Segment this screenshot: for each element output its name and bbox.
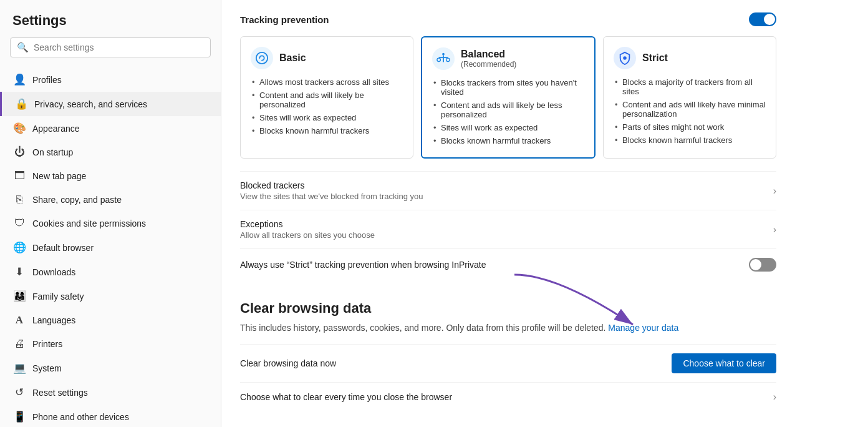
sidebar-item-share-copy[interactable]: ⎘ Share, copy, and paste (0, 188, 221, 212)
sidebar-item-label: System (32, 363, 62, 373)
system-icon: 💻 (12, 361, 26, 375)
clear-every-close-row[interactable]: Choose what to clear every time you clos… (240, 382, 776, 411)
sidebar-item-label: Reset settings (32, 388, 88, 398)
tracking-prevention-toggle[interactable] (749, 12, 776, 26)
blocked-trackers-row[interactable]: Blocked trackers View the sites that we'… (240, 171, 776, 210)
strict-bullet-1: Blocks a majority of trackers from all s… (614, 76, 766, 98)
svg-point-5 (446, 58, 450, 62)
sidebar-item-label: Privacy, search, and services (34, 99, 147, 109)
sidebar: Settings 🔍 👤 Profiles 🔒 Privacy, search,… (0, 0, 221, 427)
blocked-trackers-title: Blocked trackers (240, 180, 423, 190)
balanced-bullet-1: Blocks trackers from sites you haven't v… (432, 76, 584, 99)
sidebar-item-label: Family safety (32, 292, 84, 302)
sidebar-item-profiles[interactable]: 👤 Profiles (0, 67, 221, 92)
search-icon: 🔍 (17, 42, 29, 53)
choose-what-to-clear-button[interactable]: Choose what to clear (672, 353, 776, 373)
clear-browsing-data-section: Clear browsing data This includes histor… (240, 300, 776, 411)
sidebar-item-label: Languages (32, 315, 75, 325)
basic-bullet-4: Blocks known harmful trackers (251, 124, 403, 137)
main-content: Tracking prevention Basic Allows (221, 0, 868, 427)
inprivate-toggle-knob (750, 259, 761, 270)
basic-icon (251, 47, 273, 69)
chevron-right-icon: › (773, 185, 776, 197)
sidebar-item-label: Cookies and site permissions (32, 218, 146, 228)
inprivate-label: Always use “Strict” tracking prevention … (240, 260, 749, 270)
blocked-trackers-content: Blocked trackers View the sites that we'… (240, 180, 423, 201)
basic-bullet-3: Sites will work as expected (251, 111, 403, 124)
svg-point-6 (623, 56, 627, 60)
sidebar-item-reset[interactable]: ↺ Reset settings (0, 380, 221, 405)
balanced-subtitle: (Recommended) (461, 60, 516, 69)
languages-icon: A (12, 314, 26, 326)
track-card-basic[interactable]: Basic Allows most trackers across all si… (240, 36, 413, 159)
manage-data-link[interactable]: Manage your data (608, 323, 678, 333)
blocked-trackers-desc: View the sites that we've blocked from t… (240, 192, 423, 201)
share-icon: ⎘ (12, 194, 26, 206)
balanced-bullet-3: Sites will work as expected (432, 121, 584, 134)
balanced-title: Balanced (461, 49, 516, 60)
privacy-icon: 🔒 (14, 97, 28, 110)
basic-title: Basic (279, 52, 306, 64)
strict-icon (614, 47, 636, 69)
track-card-strict[interactable]: Strict Blocks a majority of trackers fro… (603, 36, 776, 159)
inprivate-toggle[interactable] (749, 258, 776, 272)
sidebar-item-printers[interactable]: 🖨 Printers (0, 332, 221, 356)
inprivate-row: Always use “Strict” tracking prevention … (240, 248, 776, 280)
sidebar-item-languages[interactable]: A Languages (0, 308, 221, 332)
sidebar-item-label: Appearance (32, 124, 80, 134)
cookies-icon: 🛡 (12, 217, 26, 230)
clear-browsing-data-title: Clear browsing data (240, 300, 776, 317)
family-icon: 👨‍👩‍👧 (12, 290, 26, 303)
phone-icon: 📱 (12, 410, 26, 423)
sidebar-item-cookies[interactable]: 🛡 Cookies and site permissions (0, 212, 221, 235)
profiles-icon: 👤 (12, 73, 26, 86)
sidebar-item-privacy[interactable]: 🔒 Privacy, search, and services (0, 92, 221, 116)
search-box[interactable]: 🔍 (10, 37, 211, 57)
sidebar-item-label: Profiles (32, 75, 62, 85)
sidebar-item-label: Phone and other devices (32, 412, 129, 422)
appearance-icon: 🎨 (12, 122, 26, 135)
sidebar-item-phone[interactable]: 📱 Phone and other devices (0, 405, 221, 427)
strict-bullet-2: Content and ads will likely have minimal… (614, 98, 766, 120)
startup-icon: ⏻ (12, 146, 26, 159)
sidebar-item-family-safety[interactable]: 👨‍👩‍👧 Family safety (0, 284, 221, 308)
chevron-right-icon: › (773, 224, 776, 235)
sidebar-item-appearance[interactable]: 🎨 Appearance (0, 116, 221, 140)
sidebar-item-default-browser[interactable]: 🌐 Default browser (0, 235, 221, 260)
newtab-icon: 🗖 (12, 170, 26, 182)
strict-title: Strict (642, 52, 668, 64)
track-card-basic-header: Basic (251, 47, 403, 69)
sidebar-item-on-startup[interactable]: ⏻ On startup (0, 140, 221, 164)
balanced-bullets: Blocks trackers from sites you haven't v… (432, 76, 584, 147)
track-card-balanced[interactable]: Balanced (Recommended) Blocks trackers f… (421, 36, 596, 159)
exceptions-content: Exceptions Allow all trackers on sites y… (240, 219, 375, 240)
balanced-icon (432, 47, 455, 70)
tracking-prevention-header: Tracking prevention (240, 12, 776, 26)
downloads-icon: ⬇ (12, 265, 26, 278)
search-input[interactable] (34, 42, 204, 52)
browser-icon: 🌐 (12, 241, 26, 254)
exceptions-desc: Allow all trackers on sites you choose (240, 230, 375, 240)
exceptions-row[interactable]: Exceptions Allow all trackers on sites y… (240, 210, 776, 248)
sidebar-item-downloads[interactable]: ⬇ Downloads (0, 260, 221, 284)
sidebar-item-new-tab[interactable]: 🗖 New tab page (0, 164, 221, 188)
sidebar-item-system[interactable]: 💻 System (0, 356, 221, 380)
chevron-right-icon: › (773, 391, 776, 403)
clear-every-close-content: Choose what to clear every time you clos… (240, 392, 452, 402)
clear-desc-text: This includes history, passwords, cookie… (240, 323, 605, 333)
clear-now-row: Clear browsing data now Choose what to c… (240, 344, 776, 382)
strict-bullets: Blocks a majority of trackers from all s… (614, 76, 766, 147)
svg-point-4 (437, 58, 441, 62)
basic-bullets: Allows most trackers across all sites Co… (251, 76, 403, 137)
balanced-bullet-4: Blocks known harmful trackers (432, 134, 584, 147)
sidebar-item-label: New tab page (32, 171, 86, 181)
sidebar-item-label: Downloads (32, 267, 75, 277)
track-card-strict-header: Strict (614, 47, 766, 69)
clear-every-close-title: Choose what to clear every time you clos… (240, 392, 452, 402)
strict-bullet-4: Blocks known harmful trackers (614, 134, 766, 147)
clear-now-label: Clear browsing data now (240, 358, 336, 368)
clear-browsing-data-desc: This includes history, passwords, cookie… (240, 323, 776, 333)
track-card-balanced-header: Balanced (Recommended) (432, 47, 584, 70)
basic-bullet-1: Allows most trackers across all sites (251, 76, 403, 89)
sidebar-item-label: Default browser (32, 243, 94, 253)
